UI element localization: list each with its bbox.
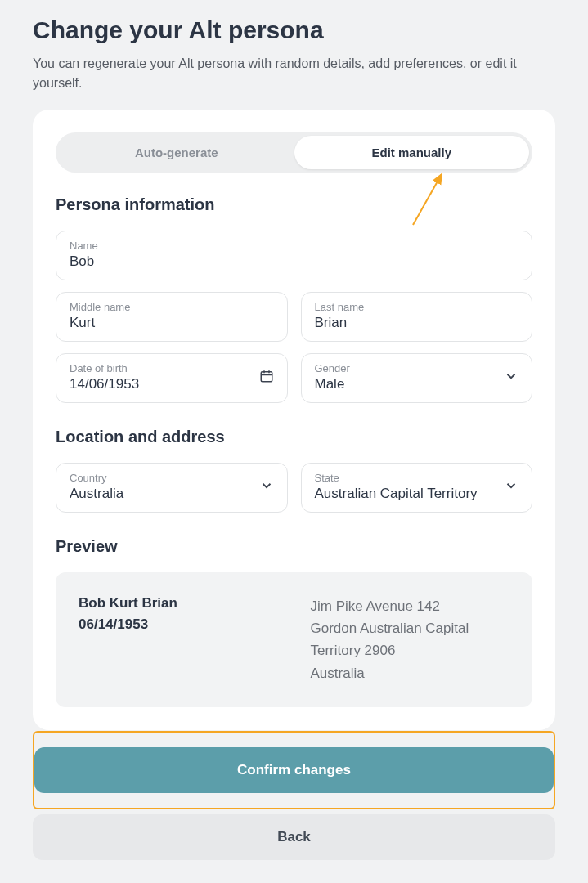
chevron-down-icon [504, 369, 518, 387]
page-subtitle: You can regenerate your Alt persona with… [33, 54, 555, 93]
preview-address-line1: Jim Pike Avenue 142 [311, 595, 510, 617]
preview-box: Bob Kurt Brian 06/14/1953 Jim Pike Avenu… [56, 572, 532, 707]
middle-name-field[interactable]: Middle name [56, 292, 288, 342]
dob-field[interactable]: Date of birth [56, 353, 288, 403]
tab-edit-manually[interactable]: Edit manually [294, 136, 530, 169]
name-field[interactable]: Name [56, 231, 532, 280]
section-location: Location and address [56, 428, 532, 446]
gender-field[interactable]: Gender Male [301, 353, 533, 403]
section-preview: Preview [56, 537, 532, 556]
preview-name: Bob Kurt Brian [79, 595, 278, 612]
chevron-down-icon [504, 478, 518, 496]
name-input[interactable] [70, 253, 518, 270]
state-value: Australian Capital Territory [315, 486, 505, 502]
persona-card: Auto-generate Edit manually Persona info… [33, 110, 555, 730]
preview-address-line2: Gordon Australian Capital Territory 2906 [311, 617, 510, 661]
gender-label: Gender [315, 362, 505, 374]
name-label: Name [70, 240, 518, 252]
middle-name-label: Middle name [70, 301, 274, 313]
gender-value: Male [315, 376, 505, 392]
preview-address-line3: Australia [311, 662, 510, 684]
confirm-highlight: Confirm changes [33, 731, 555, 809]
dob-input[interactable] [70, 376, 259, 392]
preview-dob: 06/14/1953 [79, 616, 278, 633]
calendar-icon[interactable] [259, 369, 274, 387]
tab-switcher: Auto-generate Edit manually [56, 132, 532, 173]
tab-auto-generate[interactable]: Auto-generate [59, 136, 294, 169]
state-label: State [315, 472, 505, 484]
last-name-label: Last name [315, 301, 519, 313]
state-field[interactable]: State Australian Capital Territory [301, 463, 533, 513]
country-field[interactable]: Country Australia [56, 463, 288, 513]
middle-name-input[interactable] [70, 315, 274, 331]
confirm-button[interactable]: Confirm changes [34, 747, 554, 793]
dob-label: Date of birth [70, 362, 259, 374]
country-label: Country [70, 472, 259, 484]
footer-buttons: Confirm changes Back [33, 731, 555, 860]
country-value: Australia [70, 486, 259, 502]
chevron-down-icon [259, 478, 274, 496]
section-persona-info: Persona information [56, 195, 532, 214]
last-name-input[interactable] [315, 315, 519, 331]
back-button[interactable]: Back [33, 814, 555, 860]
svg-rect-0 [261, 371, 272, 381]
page-title: Change your Alt persona [33, 16, 555, 44]
last-name-field[interactable]: Last name [301, 292, 533, 342]
